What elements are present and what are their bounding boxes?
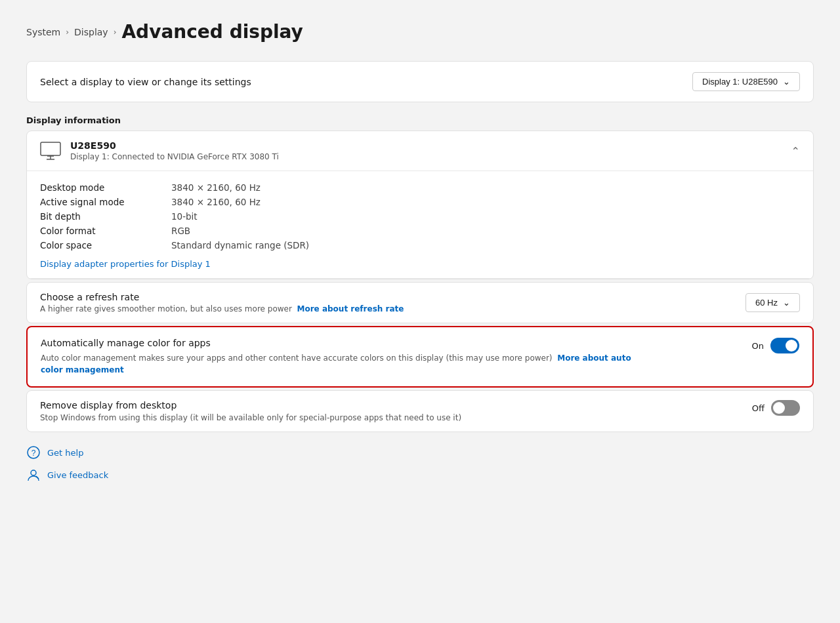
get-help-icon: ? xyxy=(26,445,41,460)
toggle-knob-off xyxy=(773,402,785,414)
color-management-desc-text: Auto color management makes sure your ap… xyxy=(41,353,553,363)
give-feedback-label: Give feedback xyxy=(47,470,108,480)
footer-links: ? Get help Give feedback xyxy=(26,445,814,482)
refresh-rate-desc-text: A higher rate gives smoother motion, but… xyxy=(40,304,292,313)
color-management-toggle-wrap: On xyxy=(752,338,799,353)
display-selector-value: Display 1: U28E590 xyxy=(702,77,778,87)
detail-value-desktop-mode: 3840 × 2160, 60 Hz xyxy=(171,182,261,193)
dropdown-chevron-icon: ⌄ xyxy=(783,77,790,87)
display-name-group: U28E590 Display 1: Connected to NVIDIA G… xyxy=(70,140,279,161)
refresh-rate-left: Choose a refresh rate A higher rate give… xyxy=(40,292,404,313)
detail-row-desktop-mode: Desktop mode 3840 × 2160, 60 Hz xyxy=(40,180,800,195)
detail-row-bit-depth: Bit depth 10-bit xyxy=(40,209,800,224)
refresh-rate-card: Choose a refresh rate A higher rate give… xyxy=(26,282,814,323)
give-feedback-icon xyxy=(26,468,41,482)
selector-label: Select a display to view or change its s… xyxy=(40,77,251,87)
remove-display-card: Remove display from desktop Stop Windows… xyxy=(26,390,814,432)
display-details: Desktop mode 3840 × 2160, 60 Hz Active s… xyxy=(27,171,813,279)
display-subtitle: Display 1: Connected to NVIDIA GeForce R… xyxy=(70,152,279,161)
detail-value-color-format: RGB xyxy=(171,226,190,236)
svg-text:?: ? xyxy=(32,449,36,458)
remove-display-desc: Stop Windows from using this display (it… xyxy=(40,413,461,422)
remove-display-left: Remove display from desktop Stop Windows… xyxy=(40,400,461,422)
detail-row-color-space: Color space Standard dynamic range (SDR) xyxy=(40,238,800,252)
refresh-rate-title: Choose a refresh rate xyxy=(40,292,404,302)
detail-value-bit-depth: 10-bit xyxy=(171,211,198,222)
detail-row-color-format: Color format RGB xyxy=(40,224,800,238)
color-management-desc: Auto color management makes sure your ap… xyxy=(41,352,631,376)
breadcrumb: System › Display › Advanced display xyxy=(26,21,814,43)
detail-label-color-space: Color space xyxy=(40,240,145,251)
detail-label-signal-mode: Active signal mode xyxy=(40,197,145,207)
breadcrumb-system[interactable]: System xyxy=(26,27,60,37)
refresh-rate-desc: A higher rate gives smoother motion, but… xyxy=(40,304,404,313)
remove-display-toggle-label: Off xyxy=(752,403,765,413)
breadcrumb-chevron1: › xyxy=(66,28,69,37)
toggle-slider-on xyxy=(770,338,799,353)
display-selector-dropdown[interactable]: Display 1: U28E590 ⌄ xyxy=(692,72,800,91)
detail-value-color-space: Standard dynamic range (SDR) xyxy=(171,240,309,251)
display-info-heading: Display information xyxy=(26,115,814,125)
detail-label-desktop-mode: Desktop mode xyxy=(40,182,145,193)
collapse-chevron-icon[interactable]: ⌃ xyxy=(791,145,800,157)
detail-label-color-format: Color format xyxy=(40,226,145,236)
give-feedback-link[interactable]: Give feedback xyxy=(26,468,814,482)
color-management-left: Automatically manage color for apps Auto… xyxy=(41,338,631,376)
remove-display-title: Remove display from desktop xyxy=(40,400,461,411)
page-title: Advanced display xyxy=(121,21,303,43)
get-help-link[interactable]: ? Get help xyxy=(26,445,814,460)
breadcrumb-display[interactable]: Display xyxy=(74,27,108,37)
display-header-left: U28E590 Display 1: Connected to NVIDIA G… xyxy=(40,140,279,161)
svg-point-6 xyxy=(31,470,36,475)
remove-display-toggle[interactable] xyxy=(771,400,800,416)
color-management-title: Automatically manage color for apps xyxy=(41,338,631,348)
adapter-properties-link[interactable]: Display adapter properties for Display 1 xyxy=(40,259,211,269)
display-header: U28E590 Display 1: Connected to NVIDIA G… xyxy=(27,131,813,171)
color-management-card: Automatically manage color for apps Auto… xyxy=(26,326,814,388)
detail-row-signal-mode: Active signal mode 3840 × 2160, 60 Hz xyxy=(40,195,800,209)
refresh-rate-chevron-icon: ⌄ xyxy=(783,298,790,308)
color-management-toggle[interactable] xyxy=(770,338,799,353)
refresh-rate-link[interactable]: More about refresh rate xyxy=(297,304,404,313)
get-help-label: Get help xyxy=(47,448,83,458)
detail-label-bit-depth: Bit depth xyxy=(40,211,145,222)
refresh-rate-value: 60 Hz xyxy=(755,298,778,308)
monitor-icon xyxy=(40,142,61,160)
svg-rect-0 xyxy=(41,142,60,155)
toggle-knob xyxy=(786,340,797,352)
toggle-slider-off xyxy=(771,400,800,416)
remove-display-toggle-wrap: Off xyxy=(752,400,800,416)
display-name: U28E590 xyxy=(70,140,279,151)
display-selector-card: Select a display to view or change its s… xyxy=(26,61,814,102)
color-management-toggle-label: On xyxy=(752,341,764,351)
breadcrumb-chevron2: › xyxy=(114,28,117,37)
display-info-card: U28E590 Display 1: Connected to NVIDIA G… xyxy=(26,131,814,279)
refresh-rate-dropdown[interactable]: 60 Hz ⌄ xyxy=(746,293,800,312)
detail-value-signal-mode: 3840 × 2160, 60 Hz xyxy=(171,197,261,207)
